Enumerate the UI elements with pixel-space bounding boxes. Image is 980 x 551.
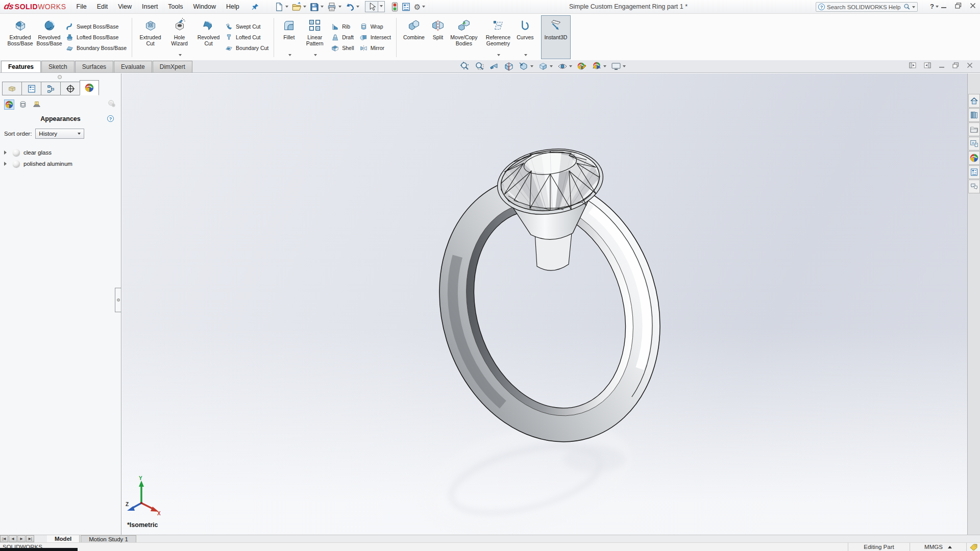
fillet-button[interactable]: Fillet [278,15,300,59]
instant3d-button[interactable]: Instant3D [541,15,571,59]
minimize-document-button[interactable] [939,62,945,68]
model-tab[interactable]: Model [47,535,80,542]
tab-display-manager[interactable] [80,80,99,95]
restore-document-button[interactable] [952,62,959,68]
new-document-button[interactable] [273,2,289,12]
shell-button[interactable]: Shell [329,43,355,54]
tab-sketch[interactable]: Sketch [41,61,75,72]
pin-menu-icon[interactable] [252,3,259,11]
zoom-to-fit-button[interactable] [459,61,470,71]
menu-edit[interactable]: Edit [92,1,113,13]
display-style-button[interactable] [538,61,553,71]
expand-arrow-icon[interactable] [4,151,9,155]
hole-wizard-button[interactable]: Hole Wizard [165,15,194,59]
tree-item-clear-glass[interactable]: clear glass [0,147,121,158]
split-button[interactable]: Split [428,15,448,59]
lofted-cut-button[interactable]: Lofted Cut [223,32,270,43]
search-scope-caret[interactable] [912,6,915,10]
nav-next-button[interactable]: ▶ [17,535,26,542]
options-button[interactable]: ⚙ [413,3,426,11]
combine-button[interactable]: Combine [400,15,428,59]
edit-appearance-button[interactable] [577,61,587,71]
select-tool-button[interactable] [364,1,386,13]
next-document-button[interactable] [924,62,931,69]
tab-features[interactable]: Features [1,61,41,72]
extruded-cut-button[interactable]: Extruded Cut [136,15,165,59]
sort-order-select[interactable]: History [35,129,84,139]
units-selector[interactable]: MMGS [910,544,966,550]
rib-button[interactable]: Rib [329,21,355,32]
nav-last-button[interactable]: ▶| [26,535,34,542]
view-settings-button[interactable] [611,61,626,71]
section-view-button[interactable] [504,61,514,71]
expand-arrow-icon[interactable] [4,162,9,166]
tab-dimxpert[interactable]: DimXpert [153,61,192,72]
tab-dimxpert-manager[interactable] [60,82,80,95]
view-scene-lights-button[interactable] [32,99,42,110]
menu-insert[interactable]: Insert [137,1,163,13]
panel-help-icon[interactable]: ? [107,115,114,122]
mirror-button[interactable]: Mirror [358,43,393,54]
menu-file[interactable]: File [71,1,92,13]
boundary-cut-button[interactable]: Boundary Cut [223,43,270,54]
motion-study-tab[interactable]: Motion Study 1 [81,535,136,542]
file-properties-button[interactable] [400,2,412,12]
nav-previous-button[interactable]: ◀ [9,535,17,542]
search-icon[interactable] [903,3,911,11]
home-tab-button[interactable] [968,94,980,108]
extruded-boss-base-button[interactable]: Extruded Boss/Base [6,15,35,59]
menu-window[interactable]: Window [188,1,221,13]
view-decals-button[interactable] [18,99,28,110]
file-explorer-button[interactable] [968,122,980,136]
appearances-scenes-button[interactable] [968,151,980,165]
tab-evaluate[interactable]: Evaluate [114,61,152,72]
design-library-button[interactable] [968,108,980,122]
tab-configuration-manager[interactable] [41,82,60,95]
minimize-button[interactable] [941,3,947,9]
draft-button[interactable]: Draft [329,32,355,43]
panel-splitter-handle[interactable] [115,288,121,312]
revolved-cut-button[interactable]: Revolved Cut [194,15,223,59]
swept-cut-button[interactable]: Swept Cut [223,21,270,32]
hide-show-items-button[interactable] [557,61,572,71]
swept-boss-base-button[interactable]: Swept Boss/Base [64,21,128,32]
open-document-button[interactable] [290,2,307,12]
view-appearances-button[interactable] [4,99,14,110]
close-button[interactable] [970,3,976,9]
search-input[interactable]: Search SOLIDWORKS Help [827,4,903,10]
lofted-boss-base-button[interactable]: Lofted Boss/Base [64,32,128,43]
revolved-boss-base-button[interactable]: Revolved Boss/Base [35,15,64,59]
rebuild-button[interactable] [390,2,399,12]
menu-view[interactable]: View [113,1,137,13]
curves-button[interactable]: Curves [513,15,537,59]
appearance-filter-button[interactable] [107,99,116,110]
tab-surfaces[interactable]: Surfaces [75,61,113,72]
print-button[interactable] [326,2,342,12]
intersect-button[interactable]: Intersect [358,32,393,43]
tags-button[interactable] [967,544,980,550]
search-box[interactable]: ? Search SOLIDWORKS Help [816,2,918,12]
boundary-boss-base-button[interactable]: Boundary Boss/Base [64,43,128,54]
undo-button[interactable] [344,2,360,12]
apply-scene-button[interactable] [592,61,606,71]
zoom-to-area-button[interactable] [474,61,484,71]
previous-document-button[interactable] [909,62,916,69]
forum-button[interactable] [968,180,980,193]
select-tool-flyout[interactable] [378,1,385,12]
view-orientation-button[interactable] [519,61,533,71]
tab-feature-manager[interactable] [2,82,21,95]
nav-first-button[interactable]: |◀ [0,535,8,542]
custom-properties-button[interactable] [968,165,980,179]
reference-geometry-button[interactable]: Reference Geometry [483,15,513,59]
move-copy-bodies-button[interactable]: Move/Copy Bodies [448,15,480,59]
tree-item-polished-aluminum[interactable]: polished aluminum [0,158,121,169]
save-button[interactable] [308,2,325,12]
help-button[interactable]: ? [930,3,939,10]
menu-help[interactable]: Help [221,1,244,13]
previous-view-button[interactable] [489,61,499,71]
tab-property-manager[interactable] [21,82,41,95]
wrap-button[interactable]: Wrap [358,21,393,32]
graphics-viewport[interactable]: Y X Z *Isometric [122,73,967,535]
panel-collapse-handle[interactable] [58,75,62,79]
close-document-button[interactable] [967,62,973,68]
